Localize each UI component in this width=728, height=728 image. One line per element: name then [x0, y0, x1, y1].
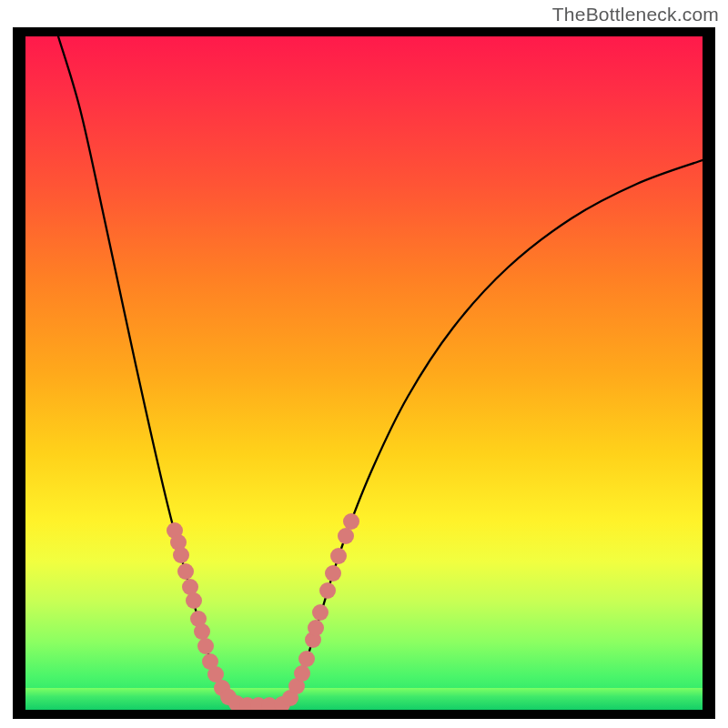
plot-area: [25, 36, 703, 710]
data-dots-layer: [25, 36, 703, 710]
watermark-text: TheBottleneck.com: [552, 4, 719, 25]
data-dot: [194, 623, 210, 640]
data-dot: [343, 513, 359, 530]
data-dot: [338, 528, 354, 544]
data-dot: [330, 548, 347, 564]
data-dot: [177, 563, 194, 580]
data-dot: [197, 638, 214, 654]
data-dot: [312, 604, 329, 621]
data-dot: [186, 592, 202, 609]
data-dot: [173, 547, 189, 563]
data-dot: [325, 565, 341, 581]
data-dot: [294, 665, 310, 682]
data-dot: [308, 620, 324, 636]
plot-frame: [13, 27, 715, 719]
data-dot: [298, 651, 315, 667]
chart-container: TheBottleneck.com: [0, 0, 728, 728]
data-dot: [319, 582, 336, 599]
